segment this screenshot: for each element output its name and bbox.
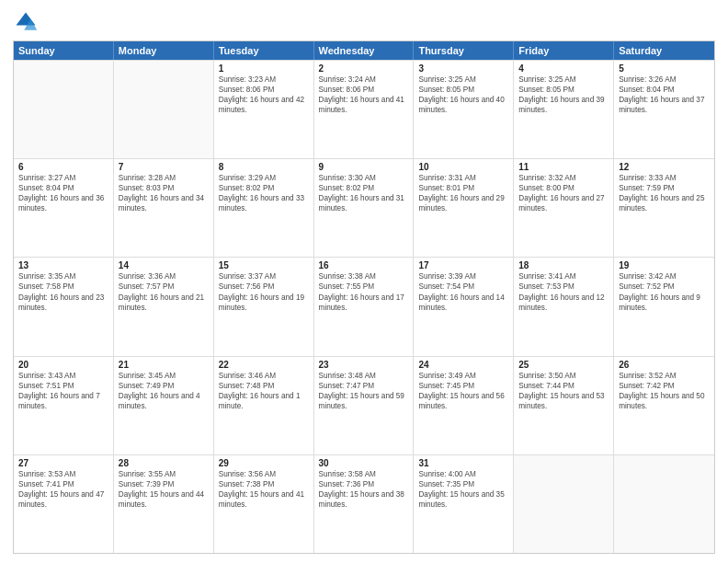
day-cell-17: 17Sunrise: 3:39 AMSunset: 7:54 PMDayligh…: [414, 258, 514, 355]
sunrise-line: Sunrise: 3:49 AM: [418, 371, 508, 381]
day-number: 19: [619, 260, 710, 270]
sunset-line: Sunset: 7:41 PM: [18, 479, 108, 489]
day-number: 5: [619, 63, 710, 74]
sunrise-line: Sunrise: 3:25 AM: [418, 75, 508, 85]
header-day-wednesday: Wednesday: [314, 41, 415, 60]
sunset-line: Sunset: 7:58 PM: [18, 282, 108, 292]
sunrise-line: Sunrise: 3:50 AM: [518, 371, 609, 381]
sunrise-line: Sunrise: 3:35 AM: [18, 271, 108, 282]
header-day-tuesday: Tuesday: [214, 41, 314, 60]
sunset-line: Sunset: 8:01 PM: [418, 183, 508, 193]
calendar-header: SundayMondayTuesdayWednesdayThursdayFrid…: [14, 41, 714, 60]
sunrise-line: Sunrise: 3:33 AM: [619, 173, 710, 183]
sunset-line: Sunset: 8:06 PM: [319, 85, 409, 95]
daylight-line: Daylight: 15 hours and 41 minutes.: [219, 489, 309, 510]
day-cell-14: 14Sunrise: 3:36 AMSunset: 7:57 PMDayligh…: [114, 258, 214, 355]
day-number: 1: [219, 63, 309, 74]
sunrise-line: Sunrise: 3:52 AM: [619, 371, 710, 381]
sunset-line: Sunset: 7:47 PM: [319, 381, 409, 391]
day-cell-23: 23Sunrise: 3:48 AMSunset: 7:47 PMDayligh…: [314, 357, 415, 454]
empty-cell-0-0: [14, 61, 114, 158]
day-cell-4: 4Sunrise: 3:25 AMSunset: 8:05 PMDaylight…: [514, 61, 614, 158]
sunset-line: Sunset: 7:45 PM: [418, 381, 508, 391]
daylight-line: Daylight: 16 hours and 4 minutes.: [119, 391, 209, 411]
day-number: 31: [418, 458, 508, 468]
calendar-page: SundayMondayTuesdayWednesdayThursdayFrid…: [0, 0, 728, 563]
daylight-line: Daylight: 16 hours and 14 minutes.: [418, 293, 508, 313]
daylight-line: Daylight: 16 hours and 42 minutes.: [219, 95, 309, 115]
sunrise-line: Sunrise: 3:43 AM: [18, 371, 108, 381]
day-cell-31: 31Sunrise: 4:00 AMSunset: 7:35 PMDayligh…: [414, 455, 514, 553]
sunset-line: Sunset: 7:54 PM: [418, 282, 508, 292]
day-number: 15: [219, 260, 309, 270]
day-number: 11: [518, 162, 609, 172]
calendar-row-4: 20Sunrise: 3:43 AMSunset: 7:51 PMDayligh…: [14, 356, 714, 454]
day-number: 12: [619, 162, 710, 172]
daylight-line: Daylight: 16 hours and 17 minutes.: [319, 293, 409, 313]
sunset-line: Sunset: 8:06 PM: [219, 85, 309, 95]
header-day-thursday: Thursday: [414, 41, 514, 60]
sunrise-line: Sunrise: 3:45 AM: [119, 371, 209, 381]
day-number: 2: [319, 63, 409, 74]
day-number: 30: [319, 458, 409, 468]
logo-icon: [13, 9, 39, 35]
calendar-row-3: 13Sunrise: 3:35 AMSunset: 7:58 PMDayligh…: [14, 257, 714, 355]
sunrise-line: Sunrise: 3:32 AM: [518, 173, 609, 183]
daylight-line: Daylight: 16 hours and 31 minutes.: [319, 193, 409, 213]
sunset-line: Sunset: 7:42 PM: [619, 381, 710, 391]
day-number: 14: [119, 260, 209, 270]
day-number: 17: [418, 260, 508, 270]
sunset-line: Sunset: 8:04 PM: [18, 183, 108, 193]
daylight-line: Daylight: 16 hours and 36 minutes.: [18, 193, 108, 213]
day-number: 24: [418, 360, 508, 370]
sunrise-line: Sunrise: 3:26 AM: [619, 75, 710, 85]
day-cell-30: 30Sunrise: 3:58 AMSunset: 7:36 PMDayligh…: [314, 455, 415, 553]
day-number: 29: [219, 458, 309, 468]
day-number: 18: [518, 260, 609, 270]
daylight-line: Daylight: 16 hours and 41 minutes.: [319, 95, 409, 115]
sunrise-line: Sunrise: 3:46 AM: [219, 371, 309, 381]
day-cell-19: 19Sunrise: 3:42 AMSunset: 7:52 PMDayligh…: [614, 258, 714, 355]
day-cell-22: 22Sunrise: 3:46 AMSunset: 7:48 PMDayligh…: [214, 357, 314, 454]
day-number: 6: [18, 162, 108, 172]
daylight-line: Daylight: 16 hours and 19 minutes.: [219, 293, 309, 313]
daylight-line: Daylight: 16 hours and 39 minutes.: [518, 95, 609, 115]
day-cell-8: 8Sunrise: 3:29 AMSunset: 8:02 PMDaylight…: [214, 159, 314, 257]
sunset-line: Sunset: 7:44 PM: [518, 381, 609, 391]
sunrise-line: Sunrise: 3:42 AM: [619, 271, 710, 282]
day-cell-13: 13Sunrise: 3:35 AMSunset: 7:58 PMDayligh…: [14, 258, 114, 355]
header-day-monday: Monday: [114, 41, 214, 60]
day-cell-6: 6Sunrise: 3:27 AMSunset: 8:04 PMDaylight…: [14, 159, 114, 257]
daylight-line: Daylight: 16 hours and 29 minutes.: [418, 193, 508, 213]
day-cell-1: 1Sunrise: 3:23 AMSunset: 8:06 PMDaylight…: [214, 61, 314, 158]
sunset-line: Sunset: 7:55 PM: [319, 282, 409, 292]
day-number: 3: [418, 63, 508, 74]
day-cell-9: 9Sunrise: 3:30 AMSunset: 8:02 PMDaylight…: [314, 159, 415, 257]
sunrise-line: Sunrise: 3:30 AM: [319, 173, 409, 183]
day-number: 28: [119, 458, 209, 468]
sunset-line: Sunset: 8:02 PM: [319, 183, 409, 193]
day-number: 7: [119, 162, 209, 172]
day-cell-15: 15Sunrise: 3:37 AMSunset: 7:56 PMDayligh…: [214, 258, 314, 355]
sunrise-line: Sunrise: 3:53 AM: [18, 469, 108, 479]
sunset-line: Sunset: 7:52 PM: [619, 282, 710, 292]
daylight-line: Daylight: 16 hours and 34 minutes.: [119, 193, 209, 213]
day-cell-25: 25Sunrise: 3:50 AMSunset: 7:44 PMDayligh…: [514, 357, 614, 454]
day-cell-20: 20Sunrise: 3:43 AMSunset: 7:51 PMDayligh…: [14, 357, 114, 454]
day-cell-28: 28Sunrise: 3:55 AMSunset: 7:39 PMDayligh…: [114, 455, 214, 553]
daylight-line: Daylight: 16 hours and 25 minutes.: [619, 193, 710, 213]
logo: [13, 9, 42, 35]
sunrise-line: Sunrise: 4:00 AM: [418, 469, 508, 479]
sunrise-line: Sunrise: 3:31 AM: [418, 173, 508, 183]
sunset-line: Sunset: 7:56 PM: [219, 282, 309, 292]
sunset-line: Sunset: 7:57 PM: [119, 282, 209, 292]
sunset-line: Sunset: 7:51 PM: [18, 381, 108, 391]
day-number: 9: [319, 162, 409, 172]
sunset-line: Sunset: 7:49 PM: [119, 381, 209, 391]
daylight-line: Daylight: 15 hours and 59 minutes.: [319, 391, 409, 411]
daylight-line: Daylight: 15 hours and 44 minutes.: [119, 489, 209, 510]
day-cell-26: 26Sunrise: 3:52 AMSunset: 7:42 PMDayligh…: [614, 357, 714, 454]
header-day-saturday: Saturday: [614, 41, 714, 60]
day-cell-18: 18Sunrise: 3:41 AMSunset: 7:53 PMDayligh…: [514, 258, 614, 355]
sunrise-line: Sunrise: 3:24 AM: [319, 75, 409, 85]
